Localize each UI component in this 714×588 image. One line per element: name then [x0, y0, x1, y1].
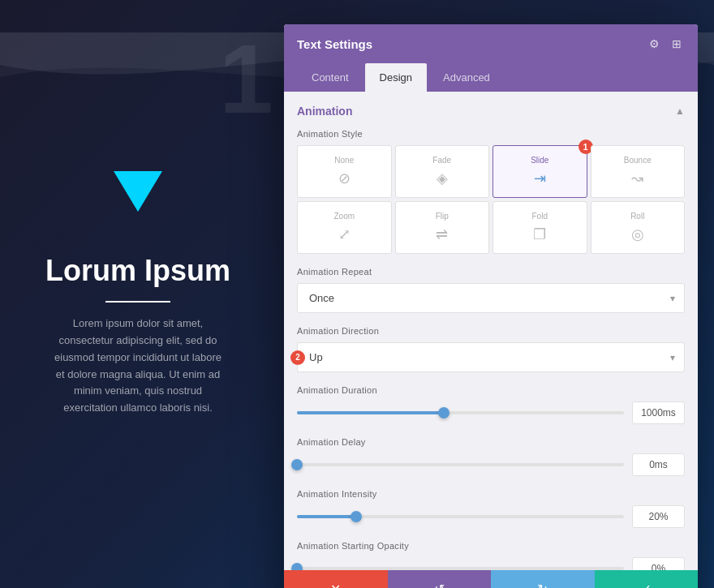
animation-opacity-thumb: [291, 563, 303, 570]
style-flip-icon: ⇌: [436, 225, 448, 243]
tab-advanced[interactable]: Advanced: [428, 63, 505, 92]
style-zoom-icon: ⤢: [338, 225, 351, 243]
animation-intensity-label: Animation Intensity: [297, 489, 685, 499]
animation-intensity-group: Animation Intensity 20%: [297, 489, 685, 528]
cancel-button[interactable]: ✕: [284, 570, 388, 588]
animation-opacity-track[interactable]: [297, 567, 624, 570]
animation-direction-select-wrapper: 2 Up Down Left Right ▾: [297, 342, 685, 372]
panel-header: Text Settings ⚙ ⊞: [284, 24, 698, 63]
header-icons: ⚙ ⊞: [646, 36, 685, 52]
animation-duration-slider-row: 1000ms: [297, 401, 685, 424]
animation-direction-label: Animation Direction: [297, 326, 685, 336]
animation-opacity-value[interactable]: 0%: [632, 557, 685, 570]
animation-repeat-select[interactable]: Once Loop Twice: [297, 283, 685, 313]
style-flip-label: Flip: [436, 212, 449, 221]
panel-title: Text Settings: [297, 37, 372, 51]
redo-button[interactable]: ↻: [491, 570, 595, 588]
style-bounce[interactable]: Bounce ↝: [591, 145, 686, 198]
style-none-icon: ⊘: [338, 170, 351, 187]
style-flip[interactable]: Flip ⇌: [395, 201, 490, 254]
settings-icon[interactable]: ⚙: [646, 36, 662, 52]
style-zoom-label: Zoom: [333, 212, 355, 221]
animation-duration-track[interactable]: [297, 411, 624, 414]
animation-style-label: Animation Style: [297, 129, 685, 139]
style-roll-label: Roll: [630, 212, 644, 221]
style-bounce-icon: ↝: [631, 170, 643, 187]
style-slide-icon: ⇥: [534, 170, 546, 187]
style-none-label: None: [334, 156, 354, 165]
animation-delay-value[interactable]: 0ms: [632, 453, 685, 476]
animation-direction-select[interactable]: Up Down Left Right: [297, 342, 685, 372]
style-none[interactable]: None ⊘: [297, 145, 392, 198]
reset-button[interactable]: ↺: [388, 570, 492, 588]
animation-intensity-fill: [297, 515, 356, 518]
animation-delay-slider-row: 0ms: [297, 453, 685, 476]
style-fade-icon: ◈: [437, 170, 448, 187]
triangle-icon: [114, 171, 162, 212]
animation-delay-group: Animation Delay 0ms: [297, 437, 685, 476]
tab-content[interactable]: Content: [297, 63, 363, 92]
animation-repeat-label: Animation Repeat: [297, 267, 685, 277]
style-slide-label: Slide: [531, 156, 548, 165]
collapse-icon[interactable]: ▲: [675, 105, 685, 117]
save-button[interactable]: ✓: [595, 570, 699, 588]
style-bounce-label: Bounce: [624, 156, 652, 165]
tab-design[interactable]: Design: [365, 63, 427, 92]
style-roll-icon: ◎: [631, 225, 644, 243]
animation-duration-value[interactable]: 1000ms: [632, 401, 685, 424]
main-title: Lorum Ipsum: [45, 254, 230, 288]
style-slide[interactable]: Slide ⇥ 1: [492, 145, 587, 198]
style-fold-label: Fold: [532, 212, 548, 221]
style-fade[interactable]: Fade ◈: [395, 145, 490, 198]
animation-intensity-value[interactable]: 20%: [632, 505, 685, 528]
settings-panel: Text Settings ⚙ ⊞ Content Design Advance…: [284, 24, 698, 588]
big-number: 1: [219, 30, 273, 127]
sub-text: Lorem ipsum dolor sit amet, consectetur …: [16, 315, 260, 417]
animation-repeat-select-wrapper: Once Loop Twice ▾: [297, 283, 685, 313]
animation-style-group: Animation Style None ⊘ Fade ◈ Slide ⇥ 1 …: [297, 129, 685, 254]
animation-intensity-track[interactable]: [297, 515, 624, 518]
animation-duration-fill: [297, 411, 444, 414]
animation-repeat-group: Animation Repeat Once Loop Twice ▾: [297, 267, 685, 313]
badge-2: 2: [290, 350, 305, 365]
animation-direction-group: Animation Direction 2 Up Down Left Right…: [297, 326, 685, 372]
tab-bar: Content Design Advanced: [284, 63, 698, 92]
divider-line: [105, 301, 170, 303]
animation-delay-track[interactable]: [297, 463, 624, 466]
section-header: Animation ▲: [297, 105, 685, 118]
panel-body: Animation ▲ Animation Style None ⊘ Fade …: [284, 92, 698, 570]
expand-icon[interactable]: ⊞: [669, 36, 685, 52]
style-roll[interactable]: Roll ◎: [591, 201, 686, 254]
animation-opacity-slider-row: 0%: [297, 557, 685, 570]
section-title: Animation: [297, 105, 352, 118]
animation-duration-label: Animation Duration: [297, 385, 685, 395]
style-zoom[interactable]: Zoom ⤢: [297, 201, 392, 254]
animation-intensity-slider-row: 20%: [297, 505, 685, 528]
bottom-bar: ✕ ↺ ↻ ✓: [284, 570, 698, 588]
left-content: 1 Lorum Ipsum Lorem ipsum dolor sit amet…: [0, 0, 276, 588]
animation-opacity-group: Animation Starting Opacity 0%: [297, 541, 685, 570]
style-fade-label: Fade: [432, 156, 451, 165]
animation-duration-group: Animation Duration 1000ms: [297, 385, 685, 424]
style-fold[interactable]: Fold ❐: [492, 201, 587, 254]
style-fold-icon: ❐: [533, 225, 546, 243]
animation-delay-label: Animation Delay: [297, 437, 685, 447]
style-grid: None ⊘ Fade ◈ Slide ⇥ 1 Bounce ↝ Z: [297, 145, 685, 254]
animation-intensity-thumb: [351, 511, 362, 522]
animation-duration-thumb: [438, 407, 449, 418]
animation-opacity-label: Animation Starting Opacity: [297, 541, 685, 551]
animation-delay-thumb: [291, 459, 303, 470]
